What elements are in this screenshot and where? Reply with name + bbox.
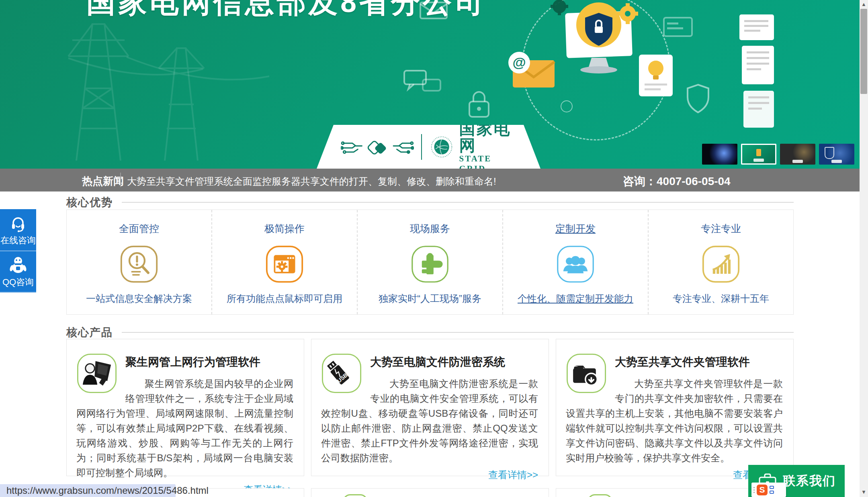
shield-outline-icon xyxy=(684,82,712,116)
products-section-header: 核心产品 xyxy=(66,325,794,340)
padlock-outline-icon xyxy=(463,86,495,122)
floating-consult-menu: 在线咨询 QQ咨询 xyxy=(0,209,36,293)
scrollbar-thumb[interactable] xyxy=(860,9,867,94)
mini-tools-icon[interactable] xyxy=(770,486,774,494)
advantage-title: 现场服务 xyxy=(410,222,450,235)
carousel-thumbnail-1[interactable] xyxy=(702,144,737,165)
small-circle-decor xyxy=(561,100,573,112)
contact-us-label: 联系我们 xyxy=(783,473,836,489)
partial-card xyxy=(311,488,549,497)
envelope-at-icon: @ xyxy=(503,47,567,96)
monitor-shield-illustration xyxy=(534,0,663,104)
advantage-caption: 一站式信息安全解决方案 xyxy=(86,292,192,305)
brand-en: STATE GRID xyxy=(459,154,518,169)
ticker-divider xyxy=(120,173,121,187)
partial-product-icon xyxy=(588,494,612,497)
drag-dots-icon xyxy=(753,487,755,493)
product-card-dlp: USB 大势至电脑文件防泄密系统 大势至电脑文件防泄密系统是一款专业的电脑文件安… xyxy=(311,339,549,476)
news-ticker-bar: 热点新闻 大势至共享文件管理系统全面监控服务器共享文件的打开、复制、修改、删除和… xyxy=(0,169,868,191)
qq-consult-label: QQ咨询 xyxy=(2,276,34,288)
carousel-thumbnails xyxy=(702,144,854,165)
folder-upload-icon xyxy=(566,353,607,394)
magnifier-alert-icon xyxy=(120,245,158,283)
thumb-pill-decor xyxy=(753,159,764,162)
online-consult-label: 在线咨询 xyxy=(0,234,36,246)
carousel-thumbnail-3[interactable] xyxy=(780,144,815,165)
advantage-item-professional: 专注专业 专注专业、深耕十五年 xyxy=(648,210,793,314)
headset-icon xyxy=(8,214,28,233)
dashed-circle-decor xyxy=(522,0,670,141)
advantages-panel: 全面管控 一站式信息安全解决方案 极简操作 所有功能点点鼠标即可启用 现场服务 xyxy=(66,210,794,315)
link-preview-url: https://www.grabsun.com/news/2015/5486.h… xyxy=(6,485,209,496)
header-rule xyxy=(122,202,794,203)
qq-consult-button[interactable]: QQ咨询 xyxy=(0,251,36,292)
s-logo-icon[interactable]: S xyxy=(757,485,768,495)
advantage-item-onsite: 现场服务 独家实时“人工现场”服务 xyxy=(357,210,502,314)
brand-cn: 国家电网 xyxy=(459,120,518,154)
carousel-thumbnail-2-active[interactable] xyxy=(741,144,776,165)
thumb-shield-decor xyxy=(825,147,834,159)
handshake-circuit-icon xyxy=(341,134,414,159)
hero-banner: 国家电网信息部及8省分公司 @ xyxy=(0,0,868,169)
thumb-figure-decor xyxy=(756,149,761,156)
browser-link-preview: https://www.grabsun.com/news/2015/5486.h… xyxy=(0,484,176,497)
chat-bubbles-outline-icon xyxy=(402,67,446,100)
svg-text:@: @ xyxy=(512,55,526,70)
puzzle-icon xyxy=(411,245,449,283)
online-consult-button[interactable]: 在线咨询 xyxy=(0,209,36,251)
advantage-caption[interactable]: 个性化、随需定制开发能力 xyxy=(518,292,633,305)
partial-product-icon xyxy=(343,494,368,497)
advantage-caption: 独家实时“人工现场”服务 xyxy=(379,292,481,305)
news-headline-link[interactable]: 大势至共享文件管理系统全面监控服务器共享文件的打开、复制、修改、删除和重命名! xyxy=(127,175,496,188)
advantage-item-custom-dev[interactable]: 定制开发 个性化、随需定制开发能力 xyxy=(502,210,648,314)
state-grid-logo-plate: 国家电网 STATE GRID xyxy=(317,125,540,169)
growth-chart-icon xyxy=(702,245,740,283)
view-details-link[interactable]: 查看详情>> xyxy=(321,468,538,481)
carousel-thumbnail-4[interactable] xyxy=(819,144,854,165)
hot-news-label: 热点新闻 xyxy=(82,174,124,188)
products-title: 核心产品 xyxy=(66,325,113,340)
consult-phone: 咨询：4007-06-05-04 xyxy=(623,174,731,189)
scroll-up-arrow[interactable]: ▲ xyxy=(860,1,868,7)
advantage-caption: 所有功能点点鼠标即可启用 xyxy=(227,292,342,305)
advantage-title[interactable]: 定制开发 xyxy=(555,222,596,235)
product-card-shared-folder: 大势至共享文件夹管理软件 大势至共享文件夹管理软件是一款专门的共享文件夹加密软件… xyxy=(556,339,794,476)
extension-overlay[interactable]: S xyxy=(751,483,786,497)
thumb-pill-decor xyxy=(831,160,842,163)
lightbulb-card-icon xyxy=(637,53,676,99)
advantage-item-management: 全面管控 一站式信息安全解决方案 xyxy=(67,210,211,314)
product-cards: 聚生网管上网行为管理软件 聚生网管系统是国内较早的企业网络管理软件之一，系统专注… xyxy=(66,339,794,476)
header-rule xyxy=(122,332,794,333)
state-grid-globe-logo xyxy=(431,134,452,160)
banner-headline: 国家电网信息部及8省分公司 xyxy=(86,0,486,22)
advantages-title: 核心优势 xyxy=(66,195,113,210)
advantage-title: 专注专业 xyxy=(701,222,741,235)
advantage-title: 全面管控 xyxy=(119,222,159,235)
qq-icon xyxy=(8,255,28,275)
advantage-title: 极简操作 xyxy=(264,222,305,235)
thumb-pill-decor xyxy=(792,160,803,163)
plate-divider xyxy=(421,134,422,160)
transmission-tower-art xyxy=(44,8,326,161)
usb-drive-icon: USB xyxy=(321,353,362,394)
person-monitor-icon xyxy=(76,353,117,394)
documents-stack-icon xyxy=(731,12,784,149)
plate-brand-text: 国家电网 STATE GRID xyxy=(459,120,518,169)
advantage-item-operation: 极简操作 所有功能点点鼠标即可启用 xyxy=(211,210,357,314)
product-card-netmanager: 聚生网管上网行为管理软件 聚生网管系统是国内较早的企业网络管理软件之一，系统专注… xyxy=(66,339,304,476)
app-window-gear-icon xyxy=(265,245,304,283)
users-icon xyxy=(556,245,595,283)
advantage-caption: 专注专业、深耕十五年 xyxy=(673,292,769,305)
vertical-scrollbar[interactable]: ▲ ▼ xyxy=(860,0,868,497)
card-outline-icon xyxy=(662,16,694,39)
scroll-down-arrow[interactable]: ▼ xyxy=(860,489,868,495)
advantages-section-header: 核心优势 xyxy=(66,195,794,210)
